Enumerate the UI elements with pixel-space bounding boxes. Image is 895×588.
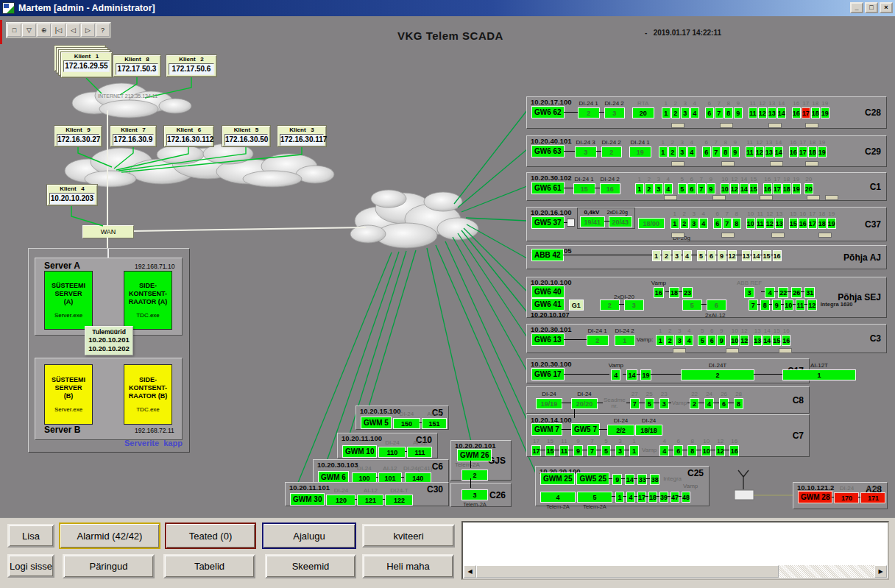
device-label: 1 [632,438,635,445]
device-box: 7 [712,146,721,157]
device-label [547,326,548,333]
device-box: 2 [665,335,674,346]
device-box: 4 [684,335,693,346]
device-box: 6 [713,218,722,229]
scrollbar-thumb[interactable] [476,565,779,578]
device-box: 7 [715,107,724,118]
ajalugu-button[interactable]: Ajalugu [262,523,356,549]
device-label: 19 [793,176,799,183]
device-label: DI-24 1 [631,139,650,146]
device-label [547,278,548,286]
skeemid-button[interactable]: Skeemid [265,554,356,578]
device-box: 2 [690,398,699,409]
device-label: 1 [664,100,667,107]
logi-sisse-button[interactable]: Logi sisse [7,554,54,578]
panel-c30: 10.20.11.101C30 GWM 30DI-24120AI-12121DI… [285,482,449,506]
device-label: 28 [735,391,742,398]
heli-maha-button[interactable]: Heli maha [362,554,454,578]
device-label: DI-24 [577,391,592,398]
device-box: 15 [573,183,595,194]
device-box: 10 [746,218,755,229]
device-label: 2 [668,327,671,335]
device-label: 2 [673,100,676,107]
scroll-left-icon[interactable]: ◀ [464,565,476,578]
p-ringud-button[interactable]: Päringud [63,554,155,578]
device-box: 20/20 [571,398,598,409]
device-sublabel: Telem-2A [463,501,487,508]
device-box: 4 [765,287,775,298]
device-label: 7 [714,139,717,146]
device-box: GWM 10 [342,445,377,458]
panel-c10: 10.20.11.100C10 GWM 10DI-24110AI-12111 [337,433,438,458]
device-box: GWM 7 [531,423,562,436]
device-box: 6 [705,107,714,118]
panel-sej: 10.20.10.100Põhja SEJ GW6 40Vamp16 18 23… [526,277,887,318]
device-label: 12 [766,210,773,218]
device-box: 18 [808,146,817,157]
device-label: DI-24 [334,487,349,495]
connector-bar [671,123,684,128]
device-label: 3 [657,176,659,183]
device-label: 4 [701,210,704,218]
device-box: 110 [378,447,406,458]
device-label: 1 [673,210,676,218]
device-box: GW6 63 [531,145,565,157]
client-name: Klient 6 [164,127,213,133]
device-label: 13 [754,327,761,335]
device-box: 11 [559,445,569,456]
device-label: AI-12 [413,439,427,447]
message-list[interactable]: ◀ ▶ [461,521,889,580]
device-label: 16 [783,327,790,335]
firewall-title: Tulemüürid [86,328,132,336]
device-box: 15 [763,250,771,261]
alarmid-42-42-button[interactable]: Alarmid (42/42) [59,523,160,549]
device-label: 13 [768,100,775,107]
scroll-right-icon[interactable]: ▶ [874,565,887,578]
teated-0-button[interactable]: Teated (0) [165,523,256,549]
device-box: 6 [707,300,726,311]
device-box: 16 [782,335,790,346]
device-label: 12 [717,438,724,445]
panel-c6: 10.20.30.103C6 GWM 6DI-24100AI-12101DI-2… [313,459,449,484]
device-label: AI-12T [810,362,828,369]
device-label: 16 [790,139,796,146]
device-box: 23 [682,287,693,298]
device-box: 11 [796,300,805,311]
device-box: 19 [640,369,651,380]
device-label: 23 [661,391,668,398]
client-node: Klient 7172.16.30.9 [110,125,157,147]
device-box: 10 [721,183,729,194]
device-box: 19 [792,183,801,194]
device-box: 4 [704,398,714,409]
device-box: 2 [578,107,600,118]
module-exe: TDC.exe [136,405,160,414]
panel-c26: C263Telem-2A [450,483,512,507]
lisa-button[interactable]: Lisa [7,524,54,548]
device-box: GW6 13 [531,333,565,346]
device-box: 33 [637,474,647,485]
panel-label: C3 [870,333,881,344]
panel-label: C30 [427,484,443,495]
device-box: 18 [669,287,679,298]
tabelid-button[interactable]: Tabelid [163,554,255,578]
device-label: 17 [809,210,816,218]
device-label: 7 [590,438,593,445]
client-ip: 172.17.50.6 [169,63,214,75]
connector-bar [805,123,818,128]
device-box: 6 [687,183,696,194]
scrollbar-track[interactable] [476,565,874,578]
device-box: 15 [749,183,758,194]
device-box: 5 [577,492,612,503]
device-box: 17 [637,492,646,503]
device-box: 5 [698,335,707,346]
device-box: 111 [407,447,432,458]
device-box: 19 [818,146,827,157]
device-box: 47 [671,492,679,503]
device-box: 19 [821,107,829,118]
kviteeri-button[interactable]: kviteeri [362,524,455,548]
horizontal-scrollbar[interactable]: ◀ ▶ [464,565,887,578]
connector-bar [825,195,838,200]
device-label [631,362,632,369]
client-node: Klient 3172.16.30.117 [277,125,327,147]
device-label: 6 [715,210,718,218]
